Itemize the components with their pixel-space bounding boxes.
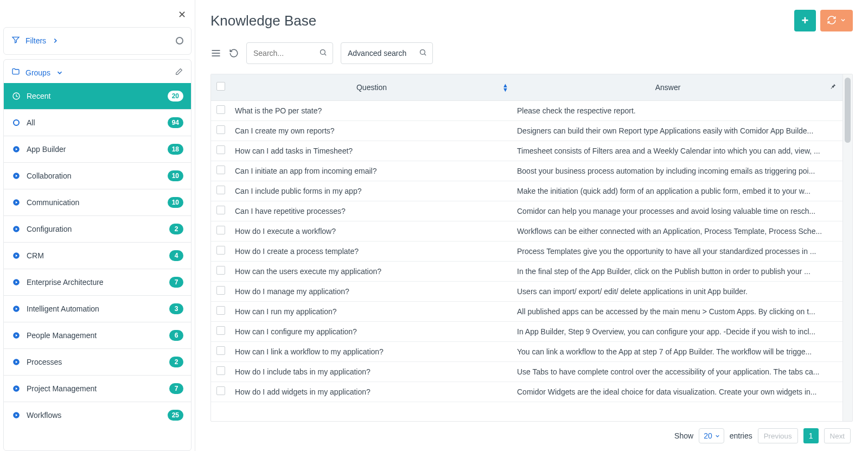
search-icon[interactable] [419,48,427,58]
edit-icon[interactable] [175,67,183,78]
show-label: Show [674,431,693,440]
chevron-down-icon [840,17,846,25]
checkbox[interactable] [216,125,225,134]
checkbox[interactable] [216,306,225,315]
checkbox[interactable] [216,346,225,355]
sidebar-item-processes[interactable]: Processes2 [4,348,191,375]
add-button[interactable]: + [794,10,816,31]
sidebar-item-label: App Builder [27,145,66,154]
arrow-right-circle-icon [11,198,21,207]
checkbox[interactable] [216,166,225,174]
cell-question: How do I manage my application? [231,281,513,301]
sidebar-item-app-builder[interactable]: App Builder18 [4,136,191,162]
table-row[interactable]: How can I configure my application?In Ap… [211,321,843,341]
table-row[interactable]: What is the PO per state?Please check th… [211,100,843,120]
pin-icon [829,83,837,92]
cell-question: Can I include public forms in my app? [231,181,513,201]
checkbox[interactable] [216,326,225,335]
count-badge: 2 [169,224,183,234]
checkbox[interactable] [216,186,225,194]
menu-icon[interactable] [210,48,221,59]
table-row[interactable]: How do I include tabs in my application?… [211,361,843,382]
cell-question: How can I configure my application? [231,321,513,341]
current-page[interactable]: 1 [803,428,819,443]
arrow-right-circle-icon [11,410,21,420]
groups-section-header[interactable]: Groups [4,60,191,83]
chevron-down-icon [56,69,63,77]
table-row[interactable]: Can I initiate an app from incoming emai… [211,161,843,181]
column-header-checkbox[interactable] [211,74,231,100]
sidebar-item-recent[interactable]: Recent20 [4,83,191,109]
sidebar-item-label: Communication [27,198,79,207]
filters-label: Filters [25,36,46,45]
close-icon[interactable]: ✕ [176,7,188,23]
sidebar-item-all[interactable]: All94 [4,109,191,136]
cell-question: How do I add widgets in my application? [231,382,513,402]
clock-icon [11,91,21,101]
sort-icon[interactable]: ▲▼ [502,83,508,92]
count-badge: 20 [168,91,183,101]
cell-question: How do I include tabs in my application? [231,361,513,382]
scrollbar[interactable] [843,74,852,421]
cell-answer: Users can import/ export/ edit/ delete a… [513,281,843,301]
checkbox[interactable] [216,266,225,275]
circle-icon[interactable] [176,37,183,45]
cell-answer: Make the initiation (quick add) form of … [513,181,843,201]
sidebar-item-enterprise-architecture[interactable]: Enterprise Architecture7 [4,269,191,295]
checkbox[interactable] [216,226,225,234]
table-row[interactable]: How do I add widgets in my application?C… [211,382,843,402]
column-header-question[interactable]: Question ▲▼ [231,74,513,100]
sidebar-item-crm[interactable]: CRM4 [4,242,191,269]
count-badge: 7 [169,383,183,394]
checkbox[interactable] [216,246,225,255]
scrollbar-thumb[interactable] [845,78,851,143]
sidebar-item-collaboration[interactable]: Collaboration10 [4,162,191,189]
previous-button[interactable]: Previous [758,428,798,443]
table-row[interactable]: Can I have repetitive processes?Comidor … [211,201,843,221]
sidebar-item-workflows[interactable]: Workflows25 [4,402,191,428]
checkbox[interactable] [216,82,225,91]
filters-section-header[interactable]: Filters [4,28,191,51]
refresh-dropdown-button[interactable] [820,10,853,31]
page-size-select[interactable]: 20 [699,428,724,443]
sidebar-item-people-management[interactable]: People Management6 [4,322,191,348]
checkbox[interactable] [216,366,225,375]
sidebar-item-label: Processes [27,358,62,366]
reload-icon[interactable] [229,48,239,58]
table-row[interactable]: How can the users execute my application… [211,261,843,281]
checkbox[interactable] [216,386,225,395]
cell-answer: Use Tabs to have complete control over t… [513,361,843,382]
count-badge: 10 [168,197,183,208]
table-row[interactable]: How do I execute a workflow?Workflows ca… [211,221,843,241]
funnel-icon [11,35,20,46]
cell-answer: Comidor Widgets are the ideal choice for… [513,382,843,402]
table-row[interactable]: How do I create a process template?Proce… [211,241,843,261]
table-row[interactable]: How can I run my application?All publish… [211,301,843,321]
count-badge: 18 [168,144,183,155]
sidebar-item-label: Workflows [27,411,61,420]
checkbox[interactable] [216,206,225,214]
sidebar-item-configuration[interactable]: Configuration2 [4,215,191,242]
count-badge: 6 [169,330,183,341]
sidebar-item-project-management[interactable]: Project Management7 [4,375,191,402]
page-title: Knowledge Base [210,12,316,29]
count-badge: 10 [168,170,183,181]
checkbox[interactable] [216,105,225,114]
sidebar-item-label: Configuration [27,225,72,233]
checkbox[interactable] [216,145,225,154]
sidebar-item-label: Project Management [27,384,97,393]
column-header-pin[interactable] [823,74,843,100]
cell-question: How can the users execute my application… [231,261,513,281]
next-button[interactable]: Next [824,428,851,443]
table-row[interactable]: How can I add tasks in Timesheet?Timeshe… [211,141,843,161]
sidebar-item-communication[interactable]: Communication10 [4,189,191,215]
table-row[interactable]: Can I create my own reports?Designers ca… [211,120,843,141]
search-icon[interactable] [319,48,327,58]
table-row[interactable]: Can I include public forms in my app?Mak… [211,181,843,201]
checkbox[interactable] [216,286,225,295]
table-row[interactable]: How can I link a workflow to my applicat… [211,341,843,361]
arrow-right-circle-icon [11,304,21,314]
table-row[interactable]: How do I manage my application?Users can… [211,281,843,301]
sidebar-item-intelligent-automation[interactable]: Intelligent Automation3 [4,295,191,322]
column-header-answer[interactable]: Answer [513,74,823,100]
